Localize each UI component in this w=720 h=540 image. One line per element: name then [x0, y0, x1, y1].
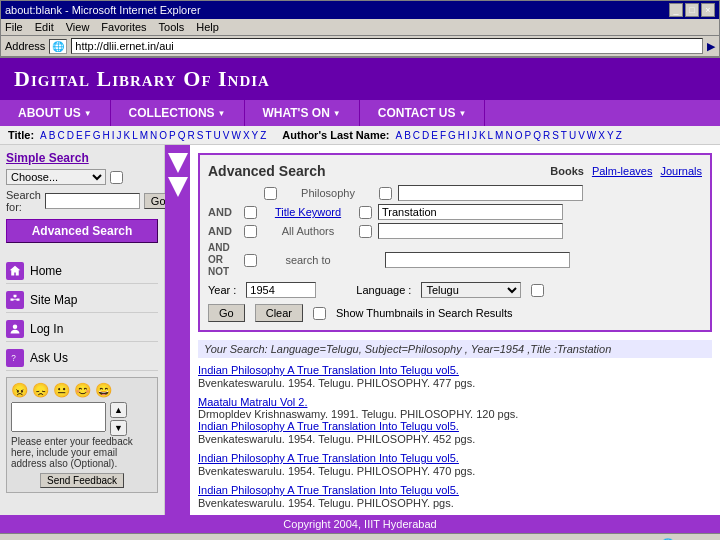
alpha-author-E[interactable]: E: [431, 130, 438, 141]
advanced-search-go-button[interactable]: Go: [208, 304, 245, 322]
alpha-title-D[interactable]: D: [67, 130, 74, 141]
title-keyword-input[interactable]: [378, 204, 563, 220]
send-feedback-button[interactable]: Send Feedback: [40, 473, 124, 488]
sidebar-item-sitemap[interactable]: Site Map: [6, 288, 158, 313]
menu-file[interactable]: File: [5, 21, 23, 33]
and2-checkbox[interactable]: [244, 225, 257, 238]
close-btn[interactable]: ×: [701, 3, 715, 17]
feedback-textarea[interactable]: [11, 402, 106, 432]
alpha-author-Q[interactable]: Q: [533, 130, 541, 141]
all-authors-checkbox[interactable]: [359, 225, 372, 238]
nav-collections[interactable]: COLLECTIONS ▼: [111, 100, 245, 126]
result-link-1[interactable]: Indian Philosophy A True Translation Int…: [198, 364, 712, 376]
menu-view[interactable]: View: [66, 21, 90, 33]
feedback-scroll-up[interactable]: ▲: [110, 402, 127, 418]
title-keyword-checkbox[interactable]: [359, 206, 372, 219]
alpha-title-S[interactable]: S: [197, 130, 204, 141]
alpha-title-B[interactable]: B: [49, 130, 56, 141]
result-link-2b[interactable]: Indian Philosophy A True Translation Int…: [198, 420, 712, 432]
alpha-title-G[interactable]: G: [93, 130, 101, 141]
language-checkbox[interactable]: [531, 284, 544, 297]
nav-whatson[interactable]: WHAT'S ON ▼: [245, 100, 360, 126]
thumbnail-checkbox[interactable]: [313, 307, 326, 320]
sidebar-item-askus[interactable]: ? Ask Us: [6, 346, 158, 371]
maximize-btn[interactable]: □: [685, 3, 699, 17]
alpha-title-Y[interactable]: Y: [252, 130, 259, 141]
alpha-title-L[interactable]: L: [132, 130, 138, 141]
philosophy-checkbox[interactable]: [264, 187, 277, 200]
alpha-author-N[interactable]: N: [505, 130, 512, 141]
andornot-checkbox[interactable]: [244, 254, 257, 267]
philosophy-input[interactable]: [398, 185, 583, 201]
alpha-author-F[interactable]: F: [440, 130, 446, 141]
search-input[interactable]: [45, 193, 140, 209]
emoji-angry[interactable]: 😠: [11, 382, 28, 398]
alpha-title-J[interactable]: J: [116, 130, 121, 141]
sidebar-item-home[interactable]: Home: [6, 259, 158, 284]
alpha-title-A[interactable]: A: [40, 130, 47, 141]
sidebar-item-login[interactable]: Log In: [6, 317, 158, 342]
address-input[interactable]: [71, 38, 703, 54]
alpha-author-W[interactable]: W: [587, 130, 596, 141]
advanced-search-button[interactable]: Advanced Search: [6, 219, 158, 243]
alpha-author-B[interactable]: B: [404, 130, 411, 141]
alpha-title-U[interactable]: U: [214, 130, 221, 141]
alpha-author-X[interactable]: X: [598, 130, 605, 141]
minimize-btn[interactable]: _: [669, 3, 683, 17]
emoji-very-happy[interactable]: 😄: [95, 382, 112, 398]
book-type-palmleaves[interactable]: Palm-leaves: [592, 165, 653, 177]
alpha-author-R[interactable]: R: [543, 130, 550, 141]
alpha-title-C[interactable]: C: [57, 130, 64, 141]
book-type-journals[interactable]: Journals: [660, 165, 702, 177]
menu-edit[interactable]: Edit: [35, 21, 54, 33]
alpha-title-N[interactable]: N: [150, 130, 157, 141]
alpha-author-I[interactable]: I: [467, 130, 470, 141]
alpha-author-C[interactable]: C: [413, 130, 420, 141]
alpha-title-H[interactable]: H: [102, 130, 109, 141]
all-authors-input[interactable]: [378, 223, 563, 239]
emoji-sad[interactable]: 😞: [32, 382, 49, 398]
philosophy-field-checkbox[interactable]: [379, 187, 392, 200]
alpha-title-V[interactable]: V: [223, 130, 230, 141]
alpha-title-W[interactable]: W: [231, 130, 240, 141]
simple-search-title[interactable]: Simple Search: [6, 151, 158, 165]
simple-search-checkbox[interactable]: [110, 171, 123, 184]
alpha-author-Y[interactable]: Y: [607, 130, 614, 141]
choose-select[interactable]: Choose...: [6, 169, 106, 185]
alpha-author-G[interactable]: G: [448, 130, 456, 141]
alpha-title-K[interactable]: K: [123, 130, 130, 141]
alpha-title-X[interactable]: X: [243, 130, 250, 141]
alpha-author-P[interactable]: P: [524, 130, 531, 141]
nav-contact[interactable]: CONTACT US ▼: [360, 100, 486, 126]
alpha-title-O[interactable]: O: [159, 130, 167, 141]
alpha-title-Q[interactable]: Q: [178, 130, 186, 141]
and1-checkbox[interactable]: [244, 206, 257, 219]
alpha-title-M[interactable]: M: [140, 130, 148, 141]
alpha-author-L[interactable]: L: [488, 130, 494, 141]
emoji-neutral[interactable]: 😐: [53, 382, 70, 398]
nav-about[interactable]: ABOUT US ▼: [0, 100, 111, 126]
feedback-scroll-down[interactable]: ▼: [110, 420, 127, 436]
title-keyword-label[interactable]: Title Keyword: [263, 206, 353, 218]
emoji-happy[interactable]: 😊: [74, 382, 91, 398]
menu-help[interactable]: Help: [196, 21, 219, 33]
result-link-4[interactable]: Indian Philosophy A True Translation Int…: [198, 484, 712, 496]
alpha-author-J[interactable]: J: [472, 130, 477, 141]
language-select[interactable]: Telugu: [421, 282, 521, 298]
alpha-author-H[interactable]: H: [458, 130, 465, 141]
alpha-author-A[interactable]: A: [395, 130, 402, 141]
alpha-author-T[interactable]: T: [561, 130, 567, 141]
search-to-input[interactable]: [385, 252, 570, 268]
book-type-books[interactable]: Books: [550, 165, 584, 177]
result-link-2[interactable]: Maatalu Matralu Vol 2.: [198, 396, 712, 408]
menu-tools[interactable]: Tools: [159, 21, 185, 33]
alpha-title-Z[interactable]: Z: [260, 130, 266, 141]
alpha-author-U[interactable]: U: [569, 130, 576, 141]
result-link-3[interactable]: Indian Philosophy A True Translation Int…: [198, 452, 712, 464]
alpha-author-S[interactable]: S: [552, 130, 559, 141]
alpha-author-V[interactable]: V: [578, 130, 585, 141]
alpha-author-D[interactable]: D: [422, 130, 429, 141]
year-input[interactable]: [246, 282, 316, 298]
go-arrows-icon[interactable]: ▶: [707, 40, 715, 53]
menu-favorites[interactable]: Favorites: [101, 21, 146, 33]
